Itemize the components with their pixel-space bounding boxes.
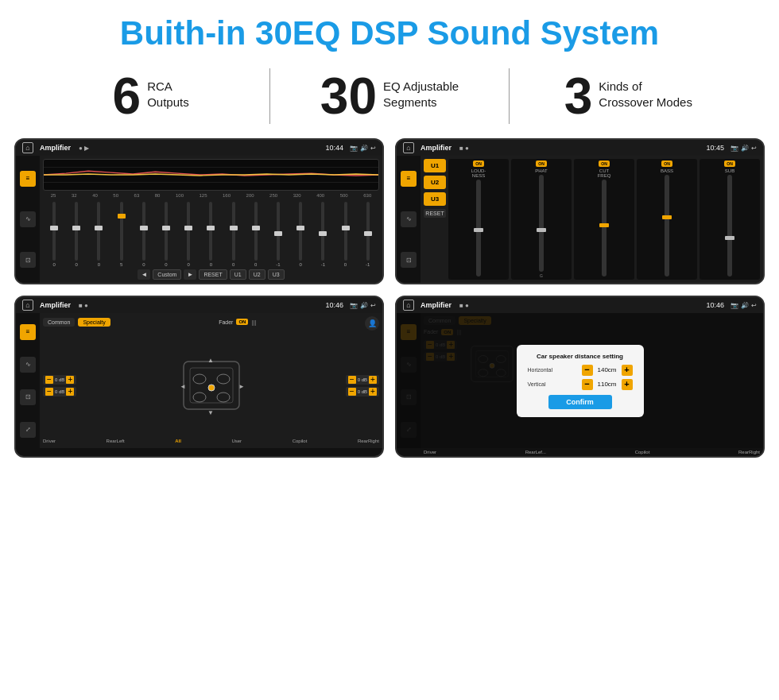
dialog-camera-icon: 📷: [731, 302, 738, 309]
eq-bottom-controls: ◄ Custom ► RESET U1 U2 U3: [43, 267, 379, 280]
crossover-app-name: Amplifier: [40, 301, 71, 309]
tab-common[interactable]: Common: [43, 318, 75, 327]
eq-graph: [43, 159, 379, 191]
stats-row: 6 RCA Outputs 30 EQ Adjustable Segments …: [0, 62, 779, 135]
eq-slider-4[interactable]: 0: [138, 200, 149, 267]
cutfreq-slider[interactable]: [602, 180, 607, 277]
rl-plus[interactable]: +: [66, 388, 74, 396]
eq-slider-7[interactable]: 0: [205, 200, 216, 267]
horizontal-minus-btn[interactable]: −: [582, 365, 593, 376]
fr-minus[interactable]: −: [348, 376, 356, 384]
confirm-button[interactable]: Confirm: [548, 395, 612, 409]
loudness-on[interactable]: ON: [473, 160, 484, 167]
screens-grid: ⌂ Amplifier ● ▶ 10:44 📷 🔊 ↩ ≡ ∿ ⊡: [0, 135, 779, 466]
rearright-label: RearRight: [358, 439, 379, 443]
eq-speaker-btn[interactable]: ⊡: [20, 252, 36, 268]
stat-eq: 30 EQ Adjustable Segments: [286, 71, 492, 122]
phat-channel: ON PHAT G: [511, 159, 572, 280]
eq-slider-5[interactable]: 0: [161, 200, 172, 267]
u2-button[interactable]: U2: [424, 176, 446, 189]
loudness-slider[interactable]: [476, 180, 481, 277]
rr-plus[interactable]: +: [369, 388, 377, 396]
fl-db-control: − 0 dB +: [43, 375, 76, 385]
sub-slider[interactable]: [727, 175, 732, 277]
crossover-screen-card: ⌂ Amplifier ■ ● 10:46 📷 🔊 ↩ ≡ ∿ ⊡ ⤢ Comm…: [14, 296, 384, 458]
phat-label: PHAT: [535, 168, 548, 173]
eq-side-controls: ≡ ∿ ⊡: [16, 156, 40, 283]
all-label[interactable]: All: [175, 439, 181, 443]
eq-slider-6[interactable]: 0: [183, 200, 194, 267]
crossover-wave-btn[interactable]: ∿: [20, 357, 36, 373]
cutfreq-on[interactable]: ON: [599, 160, 610, 167]
horizontal-plus-btn[interactable]: +: [622, 365, 633, 376]
horizontal-value: 140cm: [595, 366, 619, 373]
freq-labels: 253240 506380 100125160 200250320 400500…: [43, 193, 379, 198]
eq-slider-10[interactable]: -1: [273, 200, 284, 267]
mixer-speaker-btn[interactable]: ⊡: [401, 252, 417, 268]
mixer-wave-btn[interactable]: ∿: [401, 211, 417, 227]
crossover-expand-btn[interactable]: ⤢: [20, 422, 36, 438]
sub-on[interactable]: ON: [724, 160, 735, 167]
home-icon[interactable]: ⌂: [22, 142, 33, 153]
tab-specialty[interactable]: Specialty: [78, 318, 110, 327]
eq-u2-btn[interactable]: U2: [249, 269, 265, 280]
crossover-filter-btn[interactable]: ≡: [20, 324, 36, 340]
eq-slider-9[interactable]: 0: [250, 200, 262, 267]
eq-slider-12[interactable]: -1: [317, 200, 328, 267]
dialog-copilot-label: Copilot: [635, 450, 650, 454]
eq-slider-3[interactable]: 5: [116, 200, 127, 267]
stat-eq-number: 30: [320, 71, 377, 122]
eq-slider-11[interactable]: 0: [295, 200, 306, 267]
bass-on[interactable]: ON: [661, 160, 672, 167]
eq-prev-btn[interactable]: ◄: [138, 269, 150, 280]
vertical-plus-btn[interactable]: +: [622, 379, 633, 390]
eq-slider-14[interactable]: -1: [362, 200, 374, 267]
bass-slider[interactable]: [665, 175, 669, 277]
eq-slider-0[interactable]: 0: [48, 200, 60, 267]
mixer-home-icon[interactable]: ⌂: [403, 142, 414, 153]
mixer-area: U1 U2 U3 RESET ON LOUD-NESS: [421, 156, 763, 283]
eq-next-btn[interactable]: ►: [184, 269, 196, 280]
eq-wave-btn[interactable]: ∿: [20, 211, 36, 227]
eq-custom-btn[interactable]: Custom: [153, 269, 181, 280]
rl-db-control: − 0 dB +: [43, 387, 76, 396]
phat-on[interactable]: ON: [536, 160, 547, 167]
eq-status-bar: ⌂ Amplifier ● ▶ 10:44 📷 🔊 ↩: [16, 140, 382, 156]
vertical-value: 110cm: [595, 381, 619, 388]
eq-u3-btn[interactable]: U3: [268, 269, 285, 280]
crossover-vol-btn[interactable]: ⊡: [20, 389, 36, 405]
eq-reset-btn[interactable]: RESET: [199, 269, 227, 280]
eq-u1-btn[interactable]: U1: [230, 269, 246, 280]
fader-on-toggle[interactable]: ON: [236, 319, 248, 325]
eq-status-icons: 📷 🔊 ↩: [350, 145, 376, 152]
sub-channel: ON SUB: [700, 159, 760, 280]
crossover-home-icon[interactable]: ⌂: [22, 300, 33, 311]
fl-minus[interactable]: −: [45, 376, 53, 384]
dialog-title: Car speaker distance setting: [528, 353, 633, 360]
mixer-reset-btn[interactable]: RESET: [424, 209, 446, 218]
page-title: Buith-in 30EQ DSP Sound System: [0, 0, 779, 62]
eq-slider-13[interactable]: 0: [340, 200, 351, 267]
crossover-content: ≡ ∿ ⊡ ⤢ Common Specialty Fader ON ||| �: [16, 313, 382, 448]
fr-plus[interactable]: +: [369, 376, 377, 384]
vertical-minus-btn[interactable]: −: [582, 379, 593, 390]
mixer-status-bar: ⌂ Amplifier ■ ● 10:45 📷 🔊 ↩: [397, 140, 763, 156]
phat-slider[interactable]: [539, 175, 544, 272]
rr-minus[interactable]: −: [348, 388, 356, 396]
dialog-home-icon[interactable]: ⌂: [403, 300, 414, 311]
eq-filter-btn[interactable]: ≡: [20, 171, 36, 187]
eq-slider-2[interactable]: 0: [93, 200, 104, 267]
mixer-filter-btn[interactable]: ≡: [401, 171, 417, 187]
crossover-person-icon[interactable]: 👤: [365, 316, 379, 331]
eq-slider-8[interactable]: 0: [228, 200, 239, 267]
u3-button[interactable]: U3: [424, 192, 446, 206]
dialog-rearright-label: RearRight: [738, 450, 760, 454]
rearleft-label: RearLeft: [107, 439, 125, 443]
dialog-status-bar: ⌂ Amplifier ■ ● 10:46 📷 🔊 ↩: [397, 297, 763, 313]
rl-minus[interactable]: −: [45, 388, 53, 396]
eq-slider-1[interactable]: 0: [71, 200, 82, 267]
u1-button[interactable]: U1: [424, 159, 446, 172]
fl-plus[interactable]: +: [66, 376, 74, 384]
cutfreq-channel: ON CUTFREQ: [574, 159, 634, 280]
mixer-app-name: Amplifier: [421, 144, 452, 152]
